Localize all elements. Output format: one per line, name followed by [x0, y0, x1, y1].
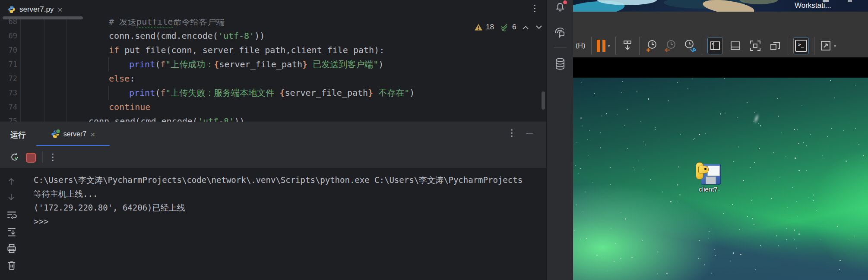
code-editor[interactable]: 6869707172737475 # 发送putfile命令给客户端conn.s…: [0, 19, 546, 122]
code-line-73: print(f"上传失败：服务端本地文件 {server_file_path} …: [129, 86, 415, 100]
toolbar-divider: [814, 37, 814, 55]
titlebar-fragment: [823, 0, 829, 2]
star: [776, 235, 777, 236]
take-snapshot-button[interactable]: [645, 39, 659, 53]
vm-desktop[interactable]: client7: [573, 78, 868, 280]
send-ctrl-alt-del-button[interactable]: [621, 39, 634, 52]
running-indicator-dot: [55, 129, 61, 134]
star: [580, 239, 581, 239]
star: [679, 194, 681, 195]
star: [733, 161, 734, 162]
star: [796, 201, 797, 202]
star: [600, 132, 601, 133]
star: [680, 134, 681, 135]
vmware-titlebar[interactable]: Workstati...: [573, 0, 868, 12]
indent-guide: [108, 57, 109, 72]
star: [668, 100, 669, 101]
star: [803, 142, 804, 143]
database-icon[interactable]: [554, 57, 566, 71]
run-console[interactable]: C:\Users\李文涛\PycharmProjects\code\networ…: [0, 168, 546, 280]
star: [621, 212, 621, 213]
rerun-button[interactable]: [10, 152, 20, 162]
manage-snapshots-button[interactable]: [683, 39, 697, 53]
star: [760, 125, 761, 126]
fullscreen-button[interactable]: ▾: [820, 40, 836, 52]
star: [754, 162, 755, 163]
star: [725, 113, 725, 113]
star: [694, 138, 695, 139]
star: [662, 192, 663, 192]
strip-divider: [554, 47, 567, 48]
notifications-bell-icon[interactable]: [554, 1, 566, 13]
show-thumbnail-bar-button[interactable]: [728, 38, 743, 54]
star: [611, 228, 611, 229]
run-toolbar-more-icon[interactable]: ⋮: [48, 152, 57, 161]
run-tab-close-icon[interactable]: ×: [90, 130, 95, 138]
star: [798, 233, 800, 235]
revert-snapshot-button[interactable]: [664, 39, 678, 53]
code-line-74: continue: [109, 100, 150, 114]
free-stretch-button[interactable]: [768, 38, 782, 54]
dropdown-icon[interactable]: ▾: [608, 43, 610, 49]
line-number: 70: [0, 43, 17, 57]
inspections-widget[interactable]: 18 6: [474, 22, 542, 33]
pycharm-window: server7.py × ⋮ 6869707172737475 # 发送putf…: [0, 0, 546, 280]
star: [771, 198, 772, 199]
star: [816, 210, 817, 211]
star: [692, 79, 693, 79]
star: [657, 274, 658, 274]
editor-tab-close-icon[interactable]: ×: [57, 6, 62, 14]
editor-scrollbar[interactable]: [542, 91, 545, 110]
next-problem-icon[interactable]: [536, 25, 542, 29]
star: [677, 201, 678, 202]
star: [758, 123, 759, 124]
prev-problem-icon[interactable]: [523, 25, 529, 29]
editor-more-options-icon[interactable]: ⋮: [530, 3, 539, 13]
star: [678, 167, 679, 167]
star: [700, 258, 701, 259]
star: [607, 271, 608, 271]
star: [774, 180, 775, 181]
run-panel-options-icon[interactable]: ⋮: [507, 128, 516, 137]
star: [580, 117, 582, 119]
star: [747, 216, 748, 217]
star: [839, 260, 841, 261]
star: [634, 170, 635, 170]
star: [642, 240, 643, 241]
ide-right-strip: [546, 0, 573, 280]
pause-icon: [597, 40, 605, 52]
screen: server7.py × ⋮ 6869707172737475 # 发送putf…: [0, 0, 868, 280]
stop-button[interactable]: [26, 153, 36, 163]
star: [730, 261, 731, 261]
star: [801, 105, 802, 106]
console-view-button[interactable]: >_: [793, 37, 809, 54]
unity-mode-button[interactable]: [748, 38, 763, 54]
star: [837, 226, 838, 227]
star: [796, 248, 797, 249]
ai-assistant-icon[interactable]: [554, 26, 567, 39]
help-menu[interactable]: (H): [575, 42, 586, 50]
desktop-icon-client7[interactable]: client7: [696, 163, 721, 194]
suspend-vm-button[interactable]: ▾: [597, 40, 610, 52]
vmware-window: Workstati... (H) ▾: [573, 0, 868, 280]
console-line: ('172.29.220.80', 64206)已经上线: [34, 202, 185, 213]
star: [577, 142, 577, 143]
star: [810, 134, 811, 135]
star: [720, 114, 721, 115]
star: [638, 160, 639, 161]
star: [585, 192, 586, 192]
star: [578, 173, 579, 174]
gutter-separator: [20, 19, 21, 122]
tab-strip-scrollbar[interactable]: [3, 16, 83, 19]
star: [617, 114, 618, 115]
star: [779, 177, 780, 178]
run-tab-server7[interactable]: server7 ×: [36, 122, 110, 146]
star: [643, 142, 644, 142]
star: [633, 167, 634, 168]
warning-count: 18: [486, 23, 494, 31]
console-text: C:\Users\李文涛\PycharmProjects\code\networ…: [0, 168, 546, 280]
star: [670, 201, 672, 202]
show-library-button[interactable]: [707, 37, 723, 54]
dropdown-icon[interactable]: ▾: [834, 43, 836, 49]
run-panel-minimize-icon[interactable]: —: [526, 129, 533, 137]
